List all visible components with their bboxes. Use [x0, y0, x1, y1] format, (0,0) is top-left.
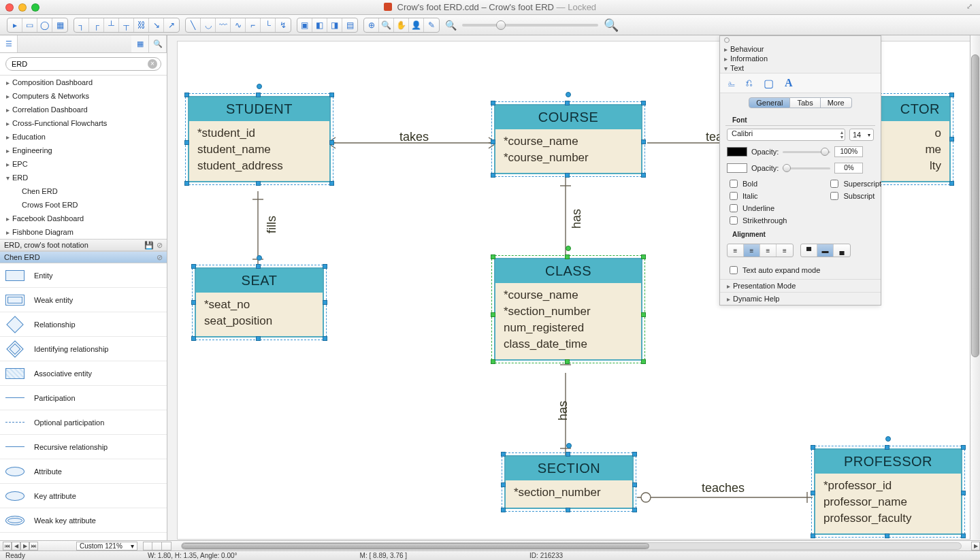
tree-item[interactable]: EPC	[0, 157, 167, 171]
chevron-icon[interactable]	[4, 106, 11, 114]
italic-checkbox[interactable]: Italic	[727, 190, 787, 202]
tree-item[interactable]: ERD	[0, 171, 167, 184]
chevron-icon[interactable]	[4, 93, 11, 100]
tree-tool-3-icon[interactable]: ┴	[104, 18, 119, 32]
clear-search-icon[interactable]: ×	[148, 59, 157, 69]
page-first-icon[interactable]: ⏮	[3, 542, 12, 550]
hand-tool-icon[interactable]: ✋	[394, 18, 409, 32]
bg-opacity-value[interactable]: 0%	[834, 163, 863, 174]
entity-seat[interactable]: SEAT *seat_no seat_position	[195, 267, 324, 337]
text-highlight-icon[interactable]: ⎌	[746, 77, 753, 89]
library-tab-grid-icon[interactable]: ▦	[131, 35, 149, 52]
fullscreen-icon[interactable]: ⤢	[966, 2, 976, 12]
shape-item[interactable]: Weak entity	[0, 288, 167, 312]
entity-class[interactable]: CLASS *course_name *section_number num_r…	[494, 258, 642, 361]
font-family-select[interactable]: Calibri▴▾	[727, 129, 845, 141]
align-3-icon[interactable]: ◨	[327, 18, 342, 32]
text-color-swatch[interactable]	[727, 147, 747, 157]
text-box-icon[interactable]: ▢	[764, 77, 774, 90]
inspector-pin-icon[interactable]	[724, 37, 730, 43]
library-tab-search-icon[interactable]: 🔍	[149, 35, 167, 52]
shape-item[interactable]: Identifying relationship	[0, 337, 167, 361]
line-tool-icon[interactable]: ╲	[186, 18, 201, 32]
h-scroll-track[interactable]	[181, 542, 962, 550]
flow-tool-1-icon[interactable]: ↘	[149, 18, 164, 32]
tree-item[interactable]: Education	[0, 130, 167, 144]
scroll-right-icon[interactable]: ▶	[971, 542, 980, 550]
zoom-out-icon[interactable]: 🔍	[445, 20, 457, 31]
zoom-slider[interactable]	[462, 24, 598, 27]
font-size-stepper[interactable]: 14▾	[849, 129, 874, 141]
bg-color-swatch[interactable]	[727, 163, 747, 173]
entity-section[interactable]: SECTION *section_number	[504, 455, 634, 509]
dynamic-help-toggle[interactable]: Dynamic Help	[720, 292, 881, 305]
shape-item[interactable]: Participation	[0, 386, 167, 410]
tree-item[interactable]: Chen ERD	[0, 184, 167, 198]
zoom-in-icon[interactable]: 🔍	[604, 18, 619, 33]
entity-student[interactable]: STUDENT *student_id student_name student…	[188, 96, 331, 182]
align-center-button[interactable]: ≡	[744, 244, 760, 257]
chevron-icon[interactable]	[4, 229, 11, 236]
chevron-icon[interactable]	[4, 215, 11, 223]
valign-middle-button[interactable]: ▬	[817, 244, 834, 257]
chevron-icon[interactable]	[4, 174, 11, 182]
tree-item[interactable]: Fishbone Diagram	[0, 225, 167, 239]
minimize-window-button[interactable]	[18, 3, 27, 12]
shape-item[interactable]: Weak key attribute	[0, 508, 167, 533]
right-conn-icon[interactable]: └	[261, 18, 276, 32]
inspector-group-information[interactable]: Information	[720, 54, 881, 63]
align-2-icon[interactable]: ◧	[312, 18, 327, 32]
chevron-icon[interactable]	[4, 161, 11, 168]
text-font-icon[interactable]: A	[785, 77, 793, 89]
superscript-checkbox[interactable]: Superscript	[828, 178, 881, 190]
shape-item[interactable]: Relationship	[0, 312, 167, 337]
tree-item[interactable]: Cross-Functional Flowcharts	[0, 116, 167, 130]
table-tool-icon[interactable]: ▦	[52, 18, 67, 32]
tree-item[interactable]: Composition Dashboard	[0, 76, 167, 89]
smart-conn-icon[interactable]: ↯	[276, 18, 291, 32]
tree-item[interactable]: Engineering	[0, 144, 167, 157]
valign-bottom-button[interactable]: ▄	[834, 244, 850, 257]
tree-item[interactable]: Facebook Dashboard	[0, 212, 167, 225]
stencil-header-chen[interactable]: Chen ERD ⊘	[0, 251, 167, 263]
ellipse-tool-icon[interactable]: ◯	[37, 18, 52, 32]
inspector-group-behaviour[interactable]: Behaviour	[720, 44, 881, 54]
entity-instructor-partial[interactable]: CTOR o me lty	[869, 96, 951, 182]
align-left-button[interactable]: ≡	[728, 244, 744, 257]
canvas-area[interactable]: takes teac fills has has teaches STUDENT…	[167, 35, 980, 550]
text-opacity-value[interactable]: 100%	[834, 146, 863, 157]
flow-tool-2-icon[interactable]: ↗	[164, 18, 179, 32]
inspector-tab-more[interactable]: More	[821, 97, 852, 108]
subscript-checkbox[interactable]: Subscript	[828, 190, 881, 202]
inspector-group-text[interactable]: Text	[720, 63, 881, 73]
entity-course[interactable]: COURSE *course_name *course_number	[494, 104, 642, 174]
tree-item[interactable]: Correlation Dashboard	[0, 103, 167, 116]
bg-opacity-slider[interactable]	[783, 167, 830, 169]
valign-top-button[interactable]: ▀	[801, 244, 817, 257]
page-next-icon[interactable]: ▶	[20, 542, 29, 550]
align-justify-button[interactable]: ≡	[777, 244, 793, 257]
entity-professor[interactable]: PROFESSOR *professor_id professor_name p…	[814, 448, 962, 535]
zoomfit-icon[interactable]: ⊕	[364, 18, 379, 32]
person-tool-icon[interactable]: 👤	[409, 18, 424, 32]
align-4-icon[interactable]: ▤	[342, 18, 357, 32]
stencil-header-crowsfoot[interactable]: ERD, crow's foot notation 💾⊘	[0, 239, 167, 251]
align-1-icon[interactable]: ▣	[297, 18, 312, 32]
shape-item[interactable]: Attribute	[0, 459, 167, 484]
rect-tool-icon[interactable]: ▭	[22, 18, 37, 32]
vertical-scrollbar[interactable]	[970, 35, 980, 540]
shape-item[interactable]: Entity	[0, 263, 167, 288]
presentation-mode-toggle[interactable]: Presentation Mode	[720, 279, 881, 292]
page-prev-icon[interactable]: ◀	[12, 542, 20, 550]
arc-tool-icon[interactable]: ◡	[201, 18, 216, 32]
pointer-tool-icon[interactable]: ▸	[7, 18, 22, 32]
tree-tool-2-icon[interactable]: ┌	[89, 18, 104, 32]
auto-expand-checkbox[interactable]: Text auto expand mode	[727, 264, 820, 276]
chevron-icon[interactable]	[4, 120, 11, 127]
tree-tool-1-icon[interactable]: ┐	[74, 18, 89, 32]
text-underline-icon[interactable]: ⎁	[728, 77, 735, 89]
align-right-button[interactable]: ≡	[760, 244, 777, 257]
shape-item[interactable]: Optional participation	[0, 410, 167, 435]
magnify-icon[interactable]: 🔍	[379, 18, 394, 32]
chevron-icon[interactable]	[4, 147, 11, 154]
